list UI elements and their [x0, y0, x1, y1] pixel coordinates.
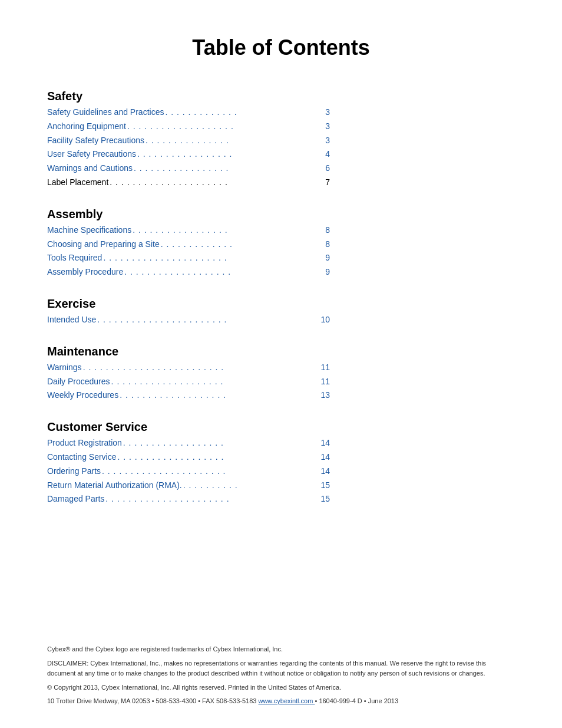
entry-dots: . . . . . . . . . . . . . . . . . . . . … — [110, 176, 324, 190]
entry-page-num: 15 — [320, 479, 330, 493]
toc-entry[interactable]: Facility Safety Precautions. . . . . . .… — [47, 134, 330, 148]
entry-page-num: 9 — [325, 265, 330, 279]
section-heading-assembly: Assembly — [47, 207, 515, 221]
entry-label: Ordering Parts — [47, 465, 101, 479]
entry-label: Choosing and Preparing a Site — [47, 238, 160, 252]
toc-entry[interactable]: Warnings. . . . . . . . . . . . . . . . … — [47, 361, 330, 375]
section-customer-service: Customer ServiceProduct Registration. . … — [47, 420, 515, 506]
entry-dots: . . . . . . . . . . . . . . . . . . . — [118, 450, 320, 465]
entry-label: Warnings and Cautions — [47, 162, 133, 176]
entry-page-num: 14 — [320, 450, 330, 465]
entry-page-num: 8 — [325, 223, 330, 238]
entry-dots: . . . . . . . . . . . . . . . — [146, 134, 324, 148]
toc-entry[interactable]: Weekly Procedures. . . . . . . . . . . .… — [47, 388, 330, 403]
toc-entry[interactable]: Label Placement. . . . . . . . . . . . .… — [47, 176, 330, 190]
disclaimer-text: DISCLAIMER: Cybex International, Inc., m… — [47, 658, 515, 679]
entry-dots: . . . . . . . . . . . . . . . . . . . . — [111, 375, 320, 389]
entry-dots: . . . . . . . . . . . . . . . . . . . . … — [103, 251, 324, 265]
entry-dots: . . . . . . . . . . . . . — [161, 238, 325, 252]
section-heading-safety: Safety — [47, 90, 515, 103]
entry-page-num: 13 — [320, 388, 330, 403]
entry-dots: . . . . . . . . . . . . . . . . . — [134, 162, 324, 176]
address-text: 10 Trotter Drive Medway, MA 02053 • 508-… — [47, 697, 258, 704]
entry-label: Machine Specifications — [47, 223, 131, 238]
toc-entry[interactable]: Damaged Parts. . . . . . . . . . . . . .… — [47, 492, 330, 506]
entry-page-num: 14 — [320, 436, 330, 450]
toc-entry[interactable]: Contacting Service. . . . . . . . . . . … — [47, 450, 330, 465]
section-heading-customer-service: Customer Service — [47, 420, 515, 434]
entry-dots: . . . . . . . . . . . . . — [165, 106, 324, 120]
section-maintenance: MaintenanceWarnings. . . . . . . . . . .… — [47, 345, 515, 403]
section-heading-maintenance: Maintenance — [47, 345, 515, 358]
entry-page-num: 3 — [325, 120, 330, 134]
toc-entry[interactable]: Return Material Authorization (RMA).. . … — [47, 479, 330, 493]
entry-page-num: 3 — [325, 134, 330, 148]
toc-entry[interactable]: Machine Specifications. . . . . . . . . … — [47, 223, 330, 238]
entry-page-num: 3 — [325, 106, 330, 120]
entry-label: Warnings — [47, 361, 82, 375]
entry-dots: . . . . . . . . . . — [183, 479, 320, 493]
toc-content: SafetySafety Guidelines and Practices. .… — [47, 90, 515, 506]
address-suffix: • 16040-999-4 D • June 2013 — [315, 697, 398, 704]
trademark-text: Cybex® and the Cybex logo are registered… — [47, 644, 515, 655]
entry-label: Return Material Authorization (RMA). — [47, 479, 182, 493]
section-exercise: ExerciseIntended Use. . . . . . . . . . … — [47, 297, 515, 327]
entry-label: Assembly Procedure — [47, 265, 123, 279]
entry-label: Label Placement — [47, 176, 108, 190]
entry-label: Intended Use — [47, 313, 96, 327]
entry-label: Tools Required — [47, 251, 102, 265]
entry-label: Safety Guidelines and Practices — [47, 106, 164, 120]
entry-label: Anchoring Equipment — [47, 120, 126, 134]
toc-entry[interactable]: Product Registration. . . . . . . . . . … — [47, 436, 330, 450]
entry-page-num: 4 — [325, 147, 330, 162]
entry-label: Damaged Parts — [47, 492, 104, 506]
toc-entry[interactable]: Intended Use. . . . . . . . . . . . . . … — [47, 313, 330, 327]
entry-page-num: 15 — [320, 492, 330, 506]
toc-entry[interactable]: User Safety Precautions. . . . . . . . .… — [47, 147, 330, 162]
entry-page-num: 7 — [325, 176, 330, 190]
entry-dots: . . . . . . . . . . . . . . . . . . . . … — [97, 313, 319, 327]
entry-dots: . . . . . . . . . . . . . . . . . — [137, 147, 324, 162]
entry-label: Contacting Service — [47, 450, 117, 465]
section-heading-exercise: Exercise — [47, 297, 515, 311]
entry-page-num: 11 — [320, 361, 330, 375]
toc-entry[interactable]: Tools Required. . . . . . . . . . . . . … — [47, 251, 330, 265]
entry-dots: . . . . . . . . . . . . . . . . . . . . … — [83, 361, 320, 375]
toc-entry[interactable]: Choosing and Preparing a Site. . . . . .… — [47, 238, 330, 252]
toc-entry[interactable]: Assembly Procedure. . . . . . . . . . . … — [47, 265, 330, 279]
entry-page-num: 14 — [320, 465, 330, 479]
entry-page-num: 6 — [325, 162, 330, 176]
entry-page-num: 11 — [320, 375, 330, 389]
page-title: Table of Contents — [47, 35, 515, 60]
entry-page-num: 9 — [325, 251, 330, 265]
entry-label: Daily Procedures — [47, 375, 110, 389]
address-line: 10 Trotter Drive Medway, MA 02053 • 508-… — [47, 696, 515, 707]
footer: Cybex® and the Cybex logo are registered… — [47, 644, 515, 710]
entry-label: User Safety Precautions — [47, 147, 136, 162]
entry-dots: . . . . . . . . . . . . . . . . . . — [123, 436, 320, 450]
entry-label: Weekly Procedures — [47, 388, 118, 403]
toc-entry[interactable]: Warnings and Cautions. . . . . . . . . .… — [47, 162, 330, 176]
entry-dots: . . . . . . . . . . . . . . . . . . . . … — [105, 492, 319, 506]
entry-dots: . . . . . . . . . . . . . . . . . . . — [120, 388, 319, 403]
entry-dots: . . . . . . . . . . . . . . . . . . . — [124, 265, 324, 279]
entry-page-num: 8 — [325, 238, 330, 252]
toc-entry[interactable]: Daily Procedures. . . . . . . . . . . . … — [47, 375, 330, 389]
section-assembly: AssemblyMachine Specifications. . . . . … — [47, 207, 515, 279]
website-link[interactable]: www.cybexintl.com — [258, 697, 315, 704]
entry-dots: . . . . . . . . . . . . . . . . . . . . … — [102, 465, 319, 479]
copyright-text: © Copyright 2013, Cybex International, I… — [47, 683, 515, 693]
toc-entry[interactable]: Anchoring Equipment. . . . . . . . . . .… — [47, 120, 330, 134]
toc-entry[interactable]: Ordering Parts. . . . . . . . . . . . . … — [47, 465, 330, 479]
entry-label: Product Registration — [47, 436, 122, 450]
section-safety: SafetySafety Guidelines and Practices. .… — [47, 90, 515, 190]
entry-dots: . . . . . . . . . . . . . . . . . — [133, 223, 324, 238]
entry-label: Facility Safety Precautions — [47, 134, 144, 148]
entry-dots: . . . . . . . . . . . . . . . . . . . — [127, 120, 324, 134]
toc-entry[interactable]: Safety Guidelines and Practices. . . . .… — [47, 106, 330, 120]
page-container: Table of Contents SafetySafety Guideline… — [0, 0, 562, 728]
entry-page-num: 10 — [320, 313, 330, 327]
